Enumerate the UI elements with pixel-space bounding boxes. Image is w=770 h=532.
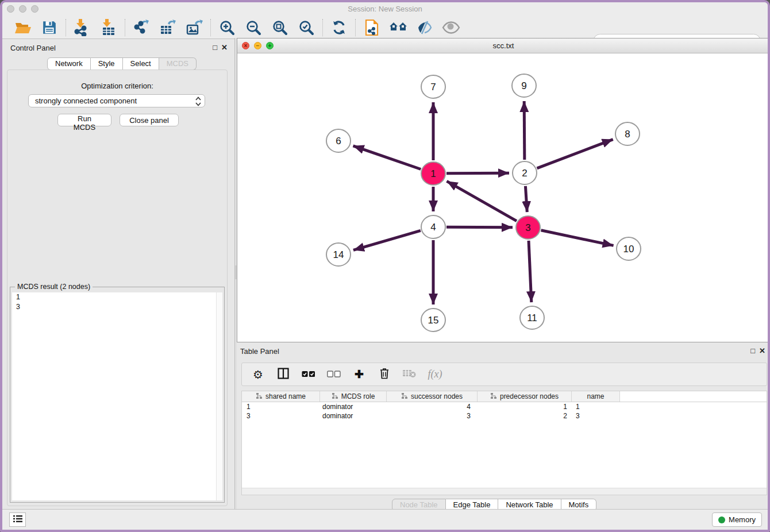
node-11[interactable]: 11 (520, 306, 544, 329)
delete-table-button[interactable] (403, 367, 417, 382)
show-all-networks-button[interactable] (389, 18, 407, 37)
double-home-icon (389, 20, 407, 35)
node-10[interactable]: 10 (617, 237, 641, 260)
run-mcds-button[interactable]: Run MCDS (57, 114, 111, 126)
export-network-button[interactable] (132, 18, 151, 37)
control-panel-title: Control Panel (10, 44, 56, 52)
table-cell[interactable]: 3 (387, 411, 478, 421)
table-settings-button[interactable]: ⚙ (251, 367, 265, 382)
column-header-name[interactable]: name (572, 391, 620, 402)
table-cell[interactable]: dominator (320, 411, 387, 421)
optimization-criterion-select[interactable]: strongly connected component (28, 94, 205, 107)
tab-network[interactable]: Network (47, 57, 91, 70)
node-label: 9 (521, 80, 526, 91)
edge-3-10[interactable] (541, 230, 614, 246)
hide-graphics-details-button[interactable] (415, 18, 434, 37)
network-graph: 7968124314101511 (237, 53, 769, 342)
table-cell[interactable]: 3 (242, 411, 320, 421)
delete-column-button[interactable] (378, 367, 391, 382)
edge-2-9[interactable] (524, 101, 525, 160)
column-header-predecessor-nodes[interactable]: predecessor nodes (478, 391, 572, 402)
table-panel-header: Table Panel □ ✕ (237, 345, 770, 358)
zoom-fit-button[interactable] (271, 18, 289, 37)
mcds-result-group: MCDS result (2 nodes) 1 3 (10, 287, 225, 503)
network-canvas[interactable]: 7968124314101511 (237, 53, 769, 342)
node-label: 6 (336, 136, 341, 147)
window-title: Session: New Session (2, 5, 768, 13)
node-8[interactable]: 8 (615, 122, 640, 145)
plus-icon: ✚ (355, 368, 364, 381)
column-header-mcds-role[interactable]: MCDS role (320, 391, 387, 402)
table-cell[interactable]: 1 (478, 402, 572, 411)
zoom-out-icon (245, 20, 261, 36)
task-history-button[interactable] (9, 512, 26, 527)
close-panel-icon[interactable]: ✕ (221, 43, 228, 52)
zoom-in-button[interactable] (218, 18, 236, 37)
memory-button[interactable]: Memory (712, 512, 762, 527)
node-7[interactable]: 7 (421, 75, 445, 98)
open-session-button[interactable] (14, 18, 32, 37)
zoom-selected-icon (298, 20, 314, 36)
node-1[interactable]: 1 (421, 162, 445, 185)
import-network-button[interactable] (73, 18, 91, 37)
edge-1-2[interactable] (446, 173, 509, 174)
tab-style[interactable]: Style (91, 57, 123, 70)
table-cell[interactable]: dominator (320, 402, 387, 411)
save-session-button[interactable] (40, 18, 59, 37)
tab-select[interactable]: Select (123, 57, 159, 70)
show-columns-button[interactable] (276, 367, 290, 382)
node-14[interactable]: 14 (326, 243, 351, 266)
table-row[interactable]: 1dominator411 (242, 402, 767, 411)
export-image-button[interactable] (185, 18, 203, 37)
refresh-icon (331, 20, 347, 36)
tab-mcds[interactable]: MCDS (159, 57, 197, 70)
table-cell[interactable]: 3 (572, 411, 620, 421)
close-table-panel-icon[interactable]: ✕ (759, 346, 765, 355)
select-all-columns-button[interactable] (302, 367, 315, 382)
edge-2-8[interactable] (537, 140, 613, 168)
edge-4-14[interactable] (353, 230, 421, 250)
open-folder-icon (14, 21, 32, 34)
close-panel-button[interactable]: Close panel (120, 114, 179, 126)
table-cell[interactable]: 2 (478, 411, 572, 421)
float-table-panel-icon[interactable]: □ (750, 346, 755, 355)
column-header-shared-name[interactable]: shared name (242, 391, 320, 402)
node-6[interactable]: 6 (326, 129, 351, 152)
node-15[interactable]: 15 (421, 309, 445, 331)
main-toolbar (2, 16, 768, 39)
table-cell[interactable]: 1 (242, 402, 320, 411)
edge-1-6[interactable] (353, 146, 421, 169)
table-panel-title: Table Panel (240, 347, 279, 356)
unselect-all-columns-button[interactable] (327, 367, 341, 382)
edge-2-3[interactable] (525, 186, 527, 212)
table-delete-icon (403, 369, 417, 380)
export-network-icon (133, 19, 149, 36)
node-9[interactable]: 9 (512, 74, 536, 97)
import-network-icon (74, 19, 90, 36)
node-3[interactable]: 3 (516, 216, 540, 239)
table-cell[interactable]: 4 (387, 402, 478, 411)
table-cell[interactable]: 1 (572, 402, 620, 411)
birdseye-view-button[interactable] (442, 18, 460, 37)
table-horizontal-scrollbar[interactable] (242, 488, 767, 495)
mcds-result-textarea[interactable]: 1 3 (12, 292, 222, 500)
edge-3-11[interactable] (529, 241, 532, 302)
unchecked-boxes-icon (327, 369, 341, 380)
create-column-button[interactable]: ✚ (352, 367, 366, 382)
new-network-view-button[interactable] (363, 18, 381, 37)
zoom-out-button[interactable] (244, 18, 263, 37)
edge-3-1[interactable] (446, 181, 517, 221)
export-table-button[interactable] (159, 18, 177, 37)
import-table-button[interactable] (99, 18, 118, 37)
node-4[interactable]: 4 (421, 215, 445, 238)
table-row[interactable]: 3dominator323 (242, 411, 767, 421)
hide-details-icon (416, 20, 433, 35)
column-header-successor-nodes[interactable]: successor nodes (387, 391, 478, 402)
zoom-selected-button[interactable] (297, 18, 315, 37)
edge-4-3[interactable] (446, 227, 513, 228)
node-2[interactable]: 2 (513, 161, 537, 184)
result-scrollbar[interactable] (216, 292, 222, 500)
float-panel-icon[interactable]: □ (213, 43, 217, 52)
refresh-view-button[interactable] (330, 18, 348, 37)
function-builder-button[interactable]: f(x) (428, 367, 442, 382)
